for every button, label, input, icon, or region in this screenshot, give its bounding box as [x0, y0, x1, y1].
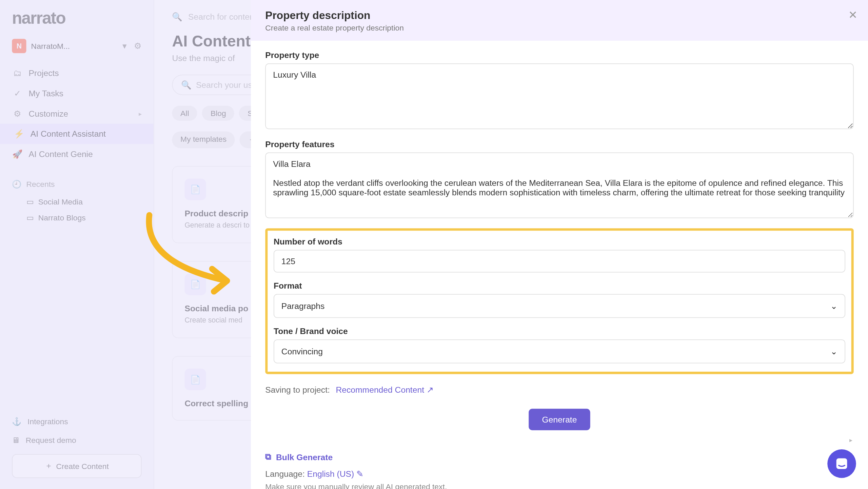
language-label: Language:	[265, 469, 305, 478]
property-type-input[interactable]	[265, 63, 853, 129]
property-features-label: Property features	[265, 139, 853, 149]
format-label: Format	[274, 281, 845, 290]
chat-icon	[834, 456, 849, 471]
bulk-generate-link[interactable]: ⧉ Bulk Generate	[265, 452, 853, 462]
words-input[interactable]	[274, 250, 845, 272]
saving-label: Saving to project:	[265, 385, 330, 394]
edit-icon: ✎	[356, 469, 363, 478]
copy-icon: ⧉	[265, 452, 271, 462]
modal-subtitle: Create a real estate property descriptio…	[265, 23, 853, 32]
chevron-down-icon: ⌄	[830, 301, 837, 311]
language-link[interactable]: English (US) ✎	[307, 469, 363, 478]
saving-project-link[interactable]: Recommended Content ↗	[336, 385, 434, 394]
property-type-label: Property type	[265, 50, 853, 60]
tone-label: Tone / Brand voice	[274, 326, 845, 336]
svg-rect-0	[836, 458, 847, 469]
modal-title: Property description	[265, 9, 853, 22]
property-description-modal: Property description Create a real estat…	[251, 0, 868, 489]
chevron-down-icon: ⌄	[830, 347, 837, 356]
close-icon[interactable]: ✕	[848, 8, 857, 22]
intercom-launcher[interactable]	[827, 449, 856, 478]
tone-select[interactable]: Convincing ⌄	[274, 339, 845, 363]
caret-icon: ▸	[849, 437, 852, 443]
property-features-input[interactable]	[265, 152, 853, 218]
generate-button[interactable]: Generate	[529, 409, 590, 430]
format-select[interactable]: Paragraphs ⌄	[274, 294, 845, 318]
external-link-icon: ↗	[427, 385, 434, 394]
disclaimer-text: Make sure you manually review all AI gen…	[265, 482, 853, 489]
words-label: Number of words	[274, 237, 845, 246]
highlighted-options: Number of words Format Paragraphs ⌄ Tone…	[265, 228, 853, 374]
